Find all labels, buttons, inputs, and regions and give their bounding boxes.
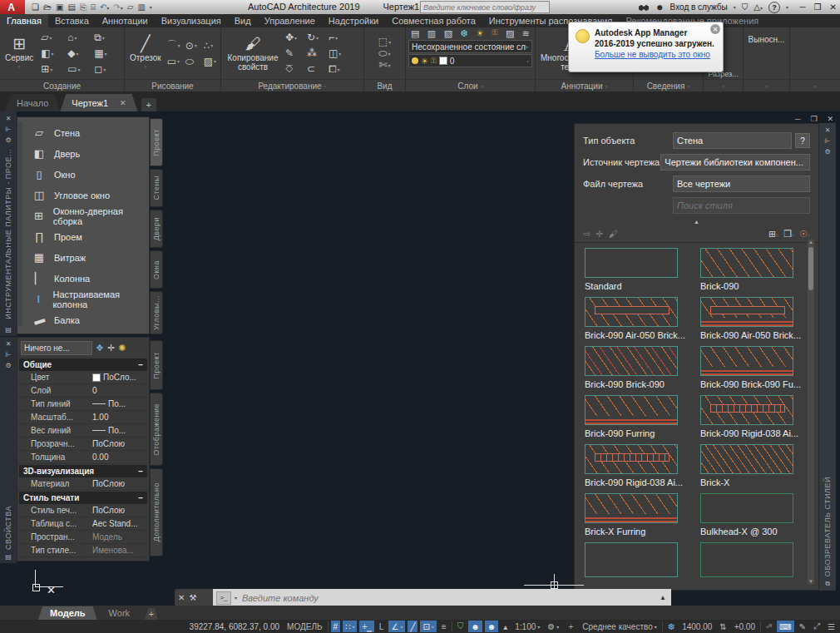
style-item[interactable]: Brick-X (700, 444, 804, 493)
layer-properties-icon[interactable]: ▥ (137, 2, 145, 12)
snap-toggle-icon[interactable]: ∷▾ (343, 621, 357, 632)
command-history-icon[interactable]: ▲ (660, 594, 668, 601)
move-icon[interactable]: ✥▾ (284, 32, 305, 43)
object-type-dropdown[interactable]: Стена▾ (673, 132, 792, 149)
layer-properties-manager-icon[interactable]: ▤ (411, 28, 419, 39)
palette-tab-walls[interactable]: Стены (150, 169, 163, 207)
panel-label-view[interactable]: Вид (364, 79, 405, 91)
prop-row-thickness[interactable]: Толщина0.00 (19, 451, 147, 464)
circle-icon[interactable]: ⊙▾ (184, 40, 202, 52)
layer-off-icon[interactable]: ▥ (427, 28, 436, 39)
file-tab-close-icon[interactable]: ✕ (120, 99, 126, 107)
style-item[interactable]: Brick-090 Air-050 Brick... (585, 297, 689, 346)
clean-screen-icon[interactable]: ⤢ (811, 621, 823, 632)
signin-button[interactable]: Вход в службы (670, 2, 728, 12)
view-mode-icon[interactable]: ⊞▾ (768, 229, 778, 240)
tools-button[interactable]: ⊞ Сервис▾ (2, 34, 36, 72)
window-tool-icon[interactable]: ⊞▾ (39, 63, 66, 75)
palette-autohide-icon[interactable]: ⊩ (6, 126, 12, 133)
customization-menu-icon[interactable]: ☰ (825, 621, 838, 632)
box-tool-icon[interactable]: ◻▾ (92, 63, 119, 75)
styles-scrollbar[interactable]: ▲ ▼ (808, 239, 814, 585)
style-item[interactable]: Bulkhead-X @ 600 (700, 542, 804, 577)
properties-autohide-icon[interactable]: ⊩ (6, 351, 12, 359)
style-item[interactable]: Brick-090 Rigid-038 Ai... (585, 444, 689, 493)
prop-row-lineweight[interactable]: Вес линийПо... (19, 424, 147, 438)
sheet-set-icon[interactable]: ▱ (127, 2, 134, 12)
file-tab-start[interactable]: Начало (5, 94, 60, 111)
properties-tab-extended[interactable]: Дополнительно (150, 468, 163, 556)
annotation-visibility-icon[interactable]: ☻ (468, 621, 482, 632)
polar-tracking-icon[interactable]: ∠▾ (388, 621, 405, 632)
select-objects-icon[interactable]: ✛ (107, 343, 115, 354)
save-as-icon[interactable]: ▤ (67, 2, 75, 12)
drawing-area[interactable]: ─ ❒ ✕ ✕ ⊩ ⚙ ИНСТРУМЕНТАЛЬНЫЕ ПАЛИТРЫ - П… (0, 111, 840, 606)
panel-label-build[interactable]: Создание (0, 79, 124, 91)
tool-window[interactable]: ▯Окно (21, 164, 149, 185)
palette-close-icon[interactable]: ✕ (6, 115, 12, 122)
prop-row-material[interactable]: МатериалПоСлою (19, 477, 147, 491)
style-search-input[interactable] (673, 197, 810, 214)
tab-collaborate[interactable]: Совместная работа (385, 14, 482, 27)
hide-objects-icon[interactable]: ▫º (763, 621, 774, 632)
app-menu-button[interactable]: A▾ (0, 0, 25, 14)
selection-cycling-icon[interactable]: ⛉ (455, 621, 467, 632)
palette-properties-icon[interactable]: ⚙ (5, 136, 11, 144)
layer-lock-icon[interactable]: ⚿ (492, 28, 498, 39)
tool-palette-title-bar[interactable]: ✕ ⊩ ⚙ ИНСТРУМЕНТАЛЬНЫЕ ПАЛИТРЫ - ПРОЕ...… (0, 111, 17, 336)
layer-freeze-icon[interactable]: ❆ (461, 28, 468, 39)
keyboard-icon[interactable]: ⌨ (777, 621, 793, 632)
drawing-source-dropdown[interactable]: Чертежи библиотеки компонен...▾ (660, 154, 810, 171)
panel-label-draw[interactable]: Рисование (125, 79, 220, 91)
import-style-icon[interactable]: ⇨ (583, 229, 590, 240)
styles-bottom-icon[interactable]: ⧉ (825, 580, 830, 588)
panel-label-callout[interactable]: ▾ (744, 79, 789, 91)
prop-row-linetype[interactable]: Тип линийПо... (19, 398, 147, 411)
palette-tab-windows[interactable]: Окна (150, 250, 163, 289)
offset-value[interactable]: +0.00 (732, 621, 758, 632)
ellipse-icon[interactable]: ⬭ (184, 56, 202, 67)
clip-icon[interactable]: ✄▾ (377, 59, 392, 71)
render-style-icon[interactable]: ☉▾ (799, 229, 810, 240)
ortho-toggle-icon[interactable]: L (377, 621, 387, 632)
panel-label-layers[interactable]: Слои▾ (406, 79, 535, 91)
style-item[interactable]: Brick-090 (700, 248, 804, 297)
tool-palette-scrollbar[interactable] (18, 121, 22, 326)
offset-icon[interactable]: ⎏ (284, 63, 305, 75)
hatch-icon[interactable]: ▨▾ (202, 56, 220, 67)
panel-label-section[interactable]: ▾ (704, 79, 743, 91)
view-cube-icon[interactable]: ⬚▾ (377, 36, 393, 47)
autodesk-exchange-icon[interactable]: △▾ (754, 2, 763, 12)
array-icon[interactable]: ⧠▾ (327, 63, 348, 75)
file-tab-drawing1[interactable]: Чертеж1 ✕ (60, 94, 137, 111)
print-icon[interactable]: ⌸ (91, 2, 96, 12)
prop-row-layer[interactable]: Слой0 (19, 384, 147, 398)
workspace-gear-icon[interactable]: ⚙▾ (545, 621, 561, 632)
styles-help-icon[interactable]: ? (795, 133, 810, 148)
annotation-scale-button[interactable]: 1:100▾ (512, 621, 542, 632)
tool-corner-window[interactable]: ◫Угловое окно (21, 185, 149, 205)
isolate-objects-icon[interactable]: ＋ (564, 621, 577, 632)
command-wrench-icon[interactable]: ⚒ (189, 593, 196, 602)
new-file-icon[interactable]: ❏ (32, 2, 39, 12)
plot-icon[interactable]: ⎘ (80, 2, 86, 12)
doc-restore-icon[interactable]: ❒ (810, 115, 817, 123)
tab-home[interactable]: Главная (0, 14, 48, 27)
properties-tab-display[interactable]: Отображение (150, 393, 163, 466)
command-prompt-icon[interactable]: >_ (216, 591, 231, 605)
callout-button[interactable]: Выносн... (749, 35, 785, 44)
panel-label-modify[interactable]: Редактирование▾ (221, 79, 363, 91)
palette-tab-doors[interactable]: Двери (150, 210, 163, 248)
styles-settings-icon[interactable]: ⚙ (824, 148, 830, 156)
roof-tool-icon[interactable]: ⌂▾ (66, 32, 92, 43)
properties-tab-project[interactable]: Проект (150, 340, 163, 390)
styles-close-icon[interactable]: ✕ (825, 126, 831, 134)
section-general[interactable]: Общие− (19, 359, 147, 371)
erase-icon[interactable]: ✎ (284, 47, 305, 59)
layer-dropdown[interactable]: ☀ ⚿ 0 ▾ (408, 54, 532, 67)
command-close-icon[interactable]: ✕ (178, 593, 185, 602)
search-icon[interactable] (638, 3, 650, 12)
drawing-file-dropdown[interactable]: Все чертежи▾ (673, 176, 810, 192)
style-item[interactable]: Brick-090 Rigid-038 Ai... (700, 395, 804, 444)
ceiling-grid-icon[interactable]: ▦▾ (92, 47, 119, 59)
